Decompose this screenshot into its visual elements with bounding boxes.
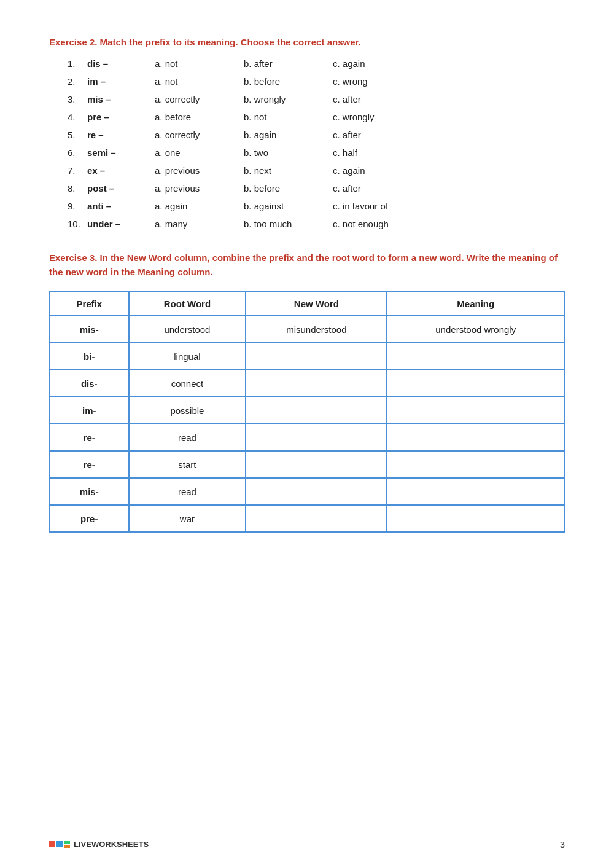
row-option-a: a. many xyxy=(155,219,244,229)
prefix-row: 10. under – a. many b. too much c. not e… xyxy=(68,219,565,229)
row-option-c: c. in favour of xyxy=(333,201,388,211)
row-option-a: a. correctly xyxy=(155,130,244,140)
table-row: mis-read xyxy=(50,478,564,505)
row-option-c: c. half xyxy=(333,147,357,158)
cell-new-word xyxy=(246,451,387,478)
cell-new-word xyxy=(246,478,387,505)
cell-prefix: mis- xyxy=(50,316,129,343)
cell-prefix: dis- xyxy=(50,370,129,397)
row-option-c: c. after xyxy=(333,94,361,104)
cell-meaning xyxy=(387,478,564,505)
cell-root: read xyxy=(129,478,246,505)
cell-meaning xyxy=(387,451,564,478)
exercise3-section: Exercise 3. In the New Word column, comb… xyxy=(49,251,565,533)
icon-blue xyxy=(56,841,63,847)
page-content: Exercise 2. Match the prefix to its mean… xyxy=(0,0,614,582)
row-option-a: a. correctly xyxy=(155,94,244,104)
row-option-b: b. after xyxy=(244,58,333,69)
cell-meaning xyxy=(387,343,564,370)
row-option-c: c. again xyxy=(333,58,365,69)
footer: LIVEWORKSHEETS 3 xyxy=(0,839,614,850)
cell-root: connect xyxy=(129,370,246,397)
cell-root: possible xyxy=(129,397,246,424)
row-prefix: under – xyxy=(87,219,155,229)
table-row: pre-war xyxy=(50,505,564,532)
prefix-row: 3. mis – a. correctly b. wrongly c. afte… xyxy=(68,94,565,104)
row-option-b: b. before xyxy=(244,76,333,87)
row-option-c: c. wrong xyxy=(333,76,368,87)
cell-prefix: im- xyxy=(50,397,129,424)
row-num: 3. xyxy=(68,94,87,104)
brand-name: LIVEWORKSHEETS xyxy=(74,840,149,849)
table-row: dis-connect xyxy=(50,370,564,397)
exercise2-section: Exercise 2. Match the prefix to its mean… xyxy=(49,37,565,229)
row-option-b: b. next xyxy=(244,165,333,176)
row-option-c: c. not enough xyxy=(333,219,389,229)
row-num: 1. xyxy=(68,58,87,69)
table-row: re-read xyxy=(50,424,564,451)
table-header: Root Word xyxy=(129,292,246,316)
table-row: im-possible xyxy=(50,397,564,424)
cell-root: start xyxy=(129,451,246,478)
table-header: New Word xyxy=(246,292,387,316)
icon-red xyxy=(49,841,55,847)
row-option-b: b. two xyxy=(244,147,333,158)
cell-root: lingual xyxy=(129,343,246,370)
cell-meaning: understood wrongly xyxy=(387,316,564,343)
brand-logo: LIVEWORKSHEETS xyxy=(49,840,149,849)
row-option-a: a. not xyxy=(155,76,244,87)
row-num: 10. xyxy=(68,219,87,229)
icon-green-top xyxy=(64,841,70,844)
row-prefix: im – xyxy=(87,76,155,87)
prefix-row: 6. semi – a. one b. two c. half xyxy=(68,147,565,158)
prefix-row: 9. anti – a. again b. against c. in favo… xyxy=(68,201,565,211)
row-option-a: a. previous xyxy=(155,183,244,194)
row-option-c: c. wrongly xyxy=(333,112,375,122)
row-num: 8. xyxy=(68,183,87,194)
icon-orange-bottom xyxy=(64,845,70,848)
cell-prefix: re- xyxy=(50,451,129,478)
table-row: bi-lingual xyxy=(50,343,564,370)
row-num: 6. xyxy=(68,147,87,158)
row-option-b: b. again xyxy=(244,130,333,140)
row-option-c: c. after xyxy=(333,183,361,194)
row-option-b: b. against xyxy=(244,201,333,211)
cell-meaning xyxy=(387,424,564,451)
page-number: 3 xyxy=(560,839,565,850)
cell-new-word xyxy=(246,370,387,397)
prefix-row: 8. post – a. previous b. before c. after xyxy=(68,183,565,194)
cell-prefix: re- xyxy=(50,424,129,451)
row-num: 4. xyxy=(68,112,87,122)
exercise3-title: Exercise 3. In the New Word column, comb… xyxy=(49,251,565,279)
row-prefix: anti – xyxy=(87,201,155,211)
cell-new-word: misunderstood xyxy=(246,316,387,343)
row-num: 5. xyxy=(68,130,87,140)
prefix-list: 1. dis – a. not b. after c. again 2. im … xyxy=(68,58,565,229)
row-prefix: post – xyxy=(87,183,155,194)
row-num: 9. xyxy=(68,201,87,211)
row-option-a: a. one xyxy=(155,147,244,158)
row-option-b: b. before xyxy=(244,183,333,194)
row-prefix: re – xyxy=(87,130,155,140)
cell-root: read xyxy=(129,424,246,451)
prefix-row: 7. ex – a. previous b. next c. again xyxy=(68,165,565,176)
cell-new-word xyxy=(246,343,387,370)
table-header: Prefix xyxy=(50,292,129,316)
row-option-b: b. wrongly xyxy=(244,94,333,104)
cell-prefix: pre- xyxy=(50,505,129,532)
cell-meaning xyxy=(387,370,564,397)
row-option-c: c. again xyxy=(333,165,365,176)
prefix-row: 5. re – a. correctly b. again c. after xyxy=(68,130,565,140)
row-option-a: a. not xyxy=(155,58,244,69)
table-row: mis-understoodmisunderstoodunderstood wr… xyxy=(50,316,564,343)
row-option-a: a. again xyxy=(155,201,244,211)
exercise2-title: Exercise 2. Match the prefix to its mean… xyxy=(49,37,565,47)
row-option-a: a. before xyxy=(155,112,244,122)
cell-prefix: mis- xyxy=(50,478,129,505)
prefix-row: 2. im – a. not b. before c. wrong xyxy=(68,76,565,87)
row-option-b: b. too much xyxy=(244,219,333,229)
row-option-c: c. after xyxy=(333,130,361,140)
table-header: Meaning xyxy=(387,292,564,316)
row-num: 2. xyxy=(68,76,87,87)
cell-prefix: bi- xyxy=(50,343,129,370)
